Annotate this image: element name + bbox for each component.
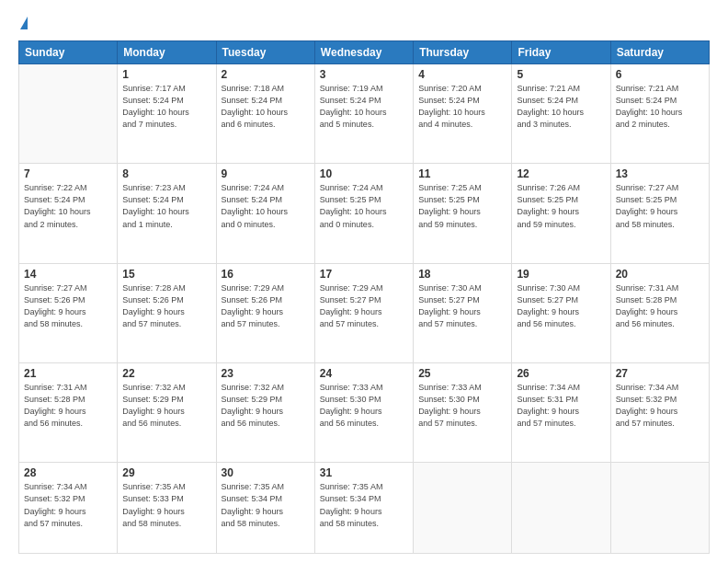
week-row-4: 21Sunrise: 7:31 AM Sunset: 5:28 PM Dayli… (19, 363, 710, 463)
day-info: Sunrise: 7:23 AM Sunset: 5:24 PM Dayligh… (122, 182, 210, 230)
calendar-cell: 4Sunrise: 7:20 AM Sunset: 5:24 PM Daylig… (414, 64, 512, 164)
calendar-cell: 17Sunrise: 7:29 AM Sunset: 5:27 PM Dayli… (314, 263, 413, 362)
calendar-table: SundayMondayTuesdayWednesdayThursdayFrid… (18, 40, 710, 554)
day-info: Sunrise: 7:17 AM Sunset: 5:24 PM Dayligh… (122, 83, 210, 131)
day-info: Sunrise: 7:19 AM Sunset: 5:24 PM Dayligh… (320, 83, 408, 131)
day-number: 11 (418, 167, 506, 180)
day-number: 7 (24, 167, 112, 180)
logo (18, 17, 28, 31)
calendar-cell: 28Sunrise: 7:34 AM Sunset: 5:32 PM Dayli… (19, 463, 118, 554)
day-number: 20 (616, 268, 704, 281)
day-info: Sunrise: 7:24 AM Sunset: 5:25 PM Dayligh… (320, 182, 408, 230)
day-number: 9 (222, 167, 310, 180)
calendar-cell (414, 463, 512, 554)
day-info: Sunrise: 7:34 AM Sunset: 5:32 PM Dayligh… (616, 382, 704, 430)
day-number: 17 (320, 268, 408, 281)
day-number: 10 (320, 167, 408, 180)
day-info: Sunrise: 7:20 AM Sunset: 5:24 PM Dayligh… (418, 83, 506, 131)
week-row-3: 14Sunrise: 7:27 AM Sunset: 5:26 PM Dayli… (19, 263, 710, 362)
day-number: 27 (616, 367, 704, 380)
calendar-cell (512, 463, 610, 554)
calendar-cell: 7Sunrise: 7:22 AM Sunset: 5:24 PM Daylig… (19, 164, 118, 263)
calendar-cell: 30Sunrise: 7:35 AM Sunset: 5:34 PM Dayli… (216, 463, 314, 554)
day-header-sunday: Sunday (19, 41, 118, 64)
calendar-cell: 24Sunrise: 7:33 AM Sunset: 5:30 PM Dayli… (314, 363, 413, 463)
day-number: 2 (222, 68, 310, 81)
day-number: 31 (320, 466, 408, 479)
day-info: Sunrise: 7:34 AM Sunset: 5:32 PM Dayligh… (24, 481, 112, 529)
day-info: Sunrise: 7:35 AM Sunset: 5:33 PM Dayligh… (122, 481, 210, 529)
calendar-cell: 15Sunrise: 7:28 AM Sunset: 5:26 PM Dayli… (118, 263, 216, 362)
day-info: Sunrise: 7:31 AM Sunset: 5:28 PM Dayligh… (24, 382, 112, 430)
day-number: 8 (122, 167, 210, 180)
day-number: 24 (320, 367, 408, 380)
day-info: Sunrise: 7:22 AM Sunset: 5:24 PM Dayligh… (24, 182, 112, 230)
day-info: Sunrise: 7:32 AM Sunset: 5:29 PM Dayligh… (222, 382, 310, 430)
calendar-cell: 31Sunrise: 7:35 AM Sunset: 5:34 PM Dayli… (314, 463, 413, 554)
calendar-cell (19, 64, 118, 164)
day-number: 28 (24, 466, 112, 479)
day-info: Sunrise: 7:33 AM Sunset: 5:30 PM Dayligh… (418, 382, 506, 430)
day-number: 3 (320, 68, 408, 81)
calendar-cell: 20Sunrise: 7:31 AM Sunset: 5:28 PM Dayli… (610, 263, 709, 362)
day-info: Sunrise: 7:27 AM Sunset: 5:25 PM Dayligh… (616, 182, 704, 230)
day-number: 15 (122, 268, 210, 281)
day-info: Sunrise: 7:21 AM Sunset: 5:24 PM Dayligh… (616, 83, 704, 131)
day-number: 23 (222, 367, 310, 380)
calendar-cell: 26Sunrise: 7:34 AM Sunset: 5:31 PM Dayli… (512, 363, 610, 463)
day-info: Sunrise: 7:26 AM Sunset: 5:25 PM Dayligh… (517, 182, 605, 230)
day-number: 5 (517, 68, 605, 81)
calendar-cell: 2Sunrise: 7:18 AM Sunset: 5:24 PM Daylig… (216, 64, 314, 164)
calendar-cell: 9Sunrise: 7:24 AM Sunset: 5:24 PM Daylig… (216, 164, 314, 263)
calendar-cell: 29Sunrise: 7:35 AM Sunset: 5:33 PM Dayli… (118, 463, 216, 554)
logo-triangle-icon (20, 17, 28, 29)
header-row: SundayMondayTuesdayWednesdayThursdayFrid… (19, 41, 710, 64)
week-row-1: 1Sunrise: 7:17 AM Sunset: 5:24 PM Daylig… (19, 64, 710, 164)
day-header-saturday: Saturday (610, 41, 709, 64)
calendar-cell: 27Sunrise: 7:34 AM Sunset: 5:32 PM Dayli… (610, 363, 709, 463)
day-info: Sunrise: 7:35 AM Sunset: 5:34 PM Dayligh… (222, 481, 310, 529)
day-header-friday: Friday (512, 41, 610, 64)
calendar-cell: 6Sunrise: 7:21 AM Sunset: 5:24 PM Daylig… (610, 64, 709, 164)
day-number: 4 (418, 68, 506, 81)
day-info: Sunrise: 7:24 AM Sunset: 5:24 PM Dayligh… (222, 182, 310, 230)
day-number: 30 (222, 466, 310, 479)
day-number: 12 (517, 167, 605, 180)
day-number: 19 (517, 268, 605, 281)
day-number: 21 (24, 367, 112, 380)
calendar-cell: 1Sunrise: 7:17 AM Sunset: 5:24 PM Daylig… (118, 64, 216, 164)
day-info: Sunrise: 7:29 AM Sunset: 5:26 PM Dayligh… (222, 282, 310, 330)
day-info: Sunrise: 7:30 AM Sunset: 5:27 PM Dayligh… (517, 282, 605, 330)
day-info: Sunrise: 7:30 AM Sunset: 5:27 PM Dayligh… (418, 282, 506, 330)
day-header-wednesday: Wednesday (314, 41, 413, 64)
calendar-cell: 22Sunrise: 7:32 AM Sunset: 5:29 PM Dayli… (118, 363, 216, 463)
calendar-cell: 25Sunrise: 7:33 AM Sunset: 5:30 PM Dayli… (414, 363, 512, 463)
calendar-cell: 3Sunrise: 7:19 AM Sunset: 5:24 PM Daylig… (314, 64, 413, 164)
day-number: 1 (122, 68, 210, 81)
day-number: 14 (24, 268, 112, 281)
day-info: Sunrise: 7:32 AM Sunset: 5:29 PM Dayligh… (122, 382, 210, 430)
day-info: Sunrise: 7:35 AM Sunset: 5:34 PM Dayligh… (320, 481, 408, 529)
header (18, 17, 710, 31)
day-header-tuesday: Tuesday (216, 41, 314, 64)
calendar-cell: 16Sunrise: 7:29 AM Sunset: 5:26 PM Dayli… (216, 263, 314, 362)
calendar-cell: 21Sunrise: 7:31 AM Sunset: 5:28 PM Dayli… (19, 363, 118, 463)
day-number: 22 (122, 367, 210, 380)
calendar-cell: 5Sunrise: 7:21 AM Sunset: 5:24 PM Daylig… (512, 64, 610, 164)
calendar-cell: 12Sunrise: 7:26 AM Sunset: 5:25 PM Dayli… (512, 164, 610, 263)
day-info: Sunrise: 7:18 AM Sunset: 5:24 PM Dayligh… (222, 83, 310, 131)
day-header-monday: Monday (118, 41, 216, 64)
day-info: Sunrise: 7:28 AM Sunset: 5:26 PM Dayligh… (122, 282, 210, 330)
day-number: 18 (418, 268, 506, 281)
day-header-thursday: Thursday (414, 41, 512, 64)
day-number: 26 (517, 367, 605, 380)
day-info: Sunrise: 7:31 AM Sunset: 5:28 PM Dayligh… (616, 282, 704, 330)
day-info: Sunrise: 7:34 AM Sunset: 5:31 PM Dayligh… (517, 382, 605, 430)
day-number: 6 (616, 68, 704, 81)
day-info: Sunrise: 7:21 AM Sunset: 5:24 PM Dayligh… (517, 83, 605, 131)
calendar-cell (610, 463, 709, 554)
week-row-2: 7Sunrise: 7:22 AM Sunset: 5:24 PM Daylig… (19, 164, 710, 263)
week-row-5: 28Sunrise: 7:34 AM Sunset: 5:32 PM Dayli… (19, 463, 710, 554)
calendar-cell: 8Sunrise: 7:23 AM Sunset: 5:24 PM Daylig… (118, 164, 216, 263)
calendar-cell: 14Sunrise: 7:27 AM Sunset: 5:26 PM Dayli… (19, 263, 118, 362)
